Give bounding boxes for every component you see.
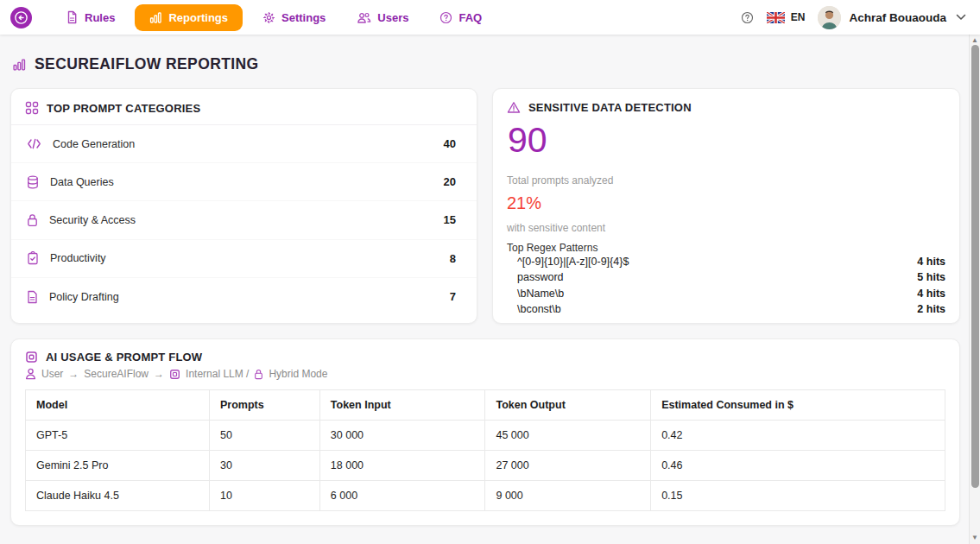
language-label: EN [791,11,806,23]
cell-token-input: 18 000 [319,451,485,481]
cell-model: Claude Haiku 4.5 [26,481,210,511]
category-value: 15 [444,213,456,226]
cell-estimated-cost: 0.46 [651,451,945,481]
regex-pattern: \bName\b [517,288,564,301]
total-prompts-value: 90 [508,123,945,158]
code-icon [27,138,41,149]
table-row: GPT-5 50 30 000 45 000 0.42 [26,421,945,451]
ai-usage-card: AI USAGE & PROMPT FLOW User → SecureAIFl… [10,338,960,526]
cell-token-output: 9 000 [485,481,651,511]
bar-chart-icon [149,11,162,24]
cell-model: GPT-5 [26,421,210,451]
sensitive-data-detection-card: SENSITIVE DATA DETECTION 90 Total prompt… [492,88,960,324]
cpu-chip-icon [169,369,180,380]
regex-pattern: \bconst\b [517,303,561,317]
cell-token-output: 27 000 [485,451,651,481]
scrollbar-down-arrow-icon[interactable]: ▼ [970,534,980,542]
regex-hits: 5 hits [917,271,945,285]
chevron-down-icon [956,14,966,21]
cell-prompts: 10 [210,481,320,511]
cell-prompts: 30 [210,451,320,481]
flow-llm-label: Internal LLM / [186,368,249,380]
user-name: Achraf Bouaouda [849,11,946,24]
lock-icon [27,213,38,227]
top-cards-row: TOP PROMPT CATEGORIES Code Generation 40… [10,88,960,324]
category-row: Policy Drafting 7 [11,278,477,316]
nav-label: Rules [85,11,115,24]
cell-token-input: 6 000 [319,481,485,511]
scrollbar-up-arrow-icon[interactable]: ▲ [970,36,980,45]
category-value: 7 [450,290,456,303]
column-header-model: Model [26,390,210,421]
top-prompt-categories-card: TOP PROMPT CATEGORIES Code Generation 40… [10,88,477,324]
flow-gateway-label: SecureAIFlow [84,368,149,380]
regex-hits: 4 hits [917,288,945,301]
regex-pattern: ^[0-9]{10}|[A-z][0-9]{4}$ [517,256,629,269]
card-title: TOP PROMPT CATEGORIES [47,102,200,115]
category-label: Code Generation [53,138,135,150]
scrollbar-thumb[interactable] [971,45,979,488]
main-nav: Rules Reportings Settings Users FAQ [54,4,493,31]
table-row: Gemini 2.5 Pro 30 18 000 27 000 0.46 [26,451,945,481]
uk-flag-icon [767,12,785,23]
question-circle-icon [439,11,452,24]
nav-item-users[interactable]: Users [345,6,420,29]
document-icon [66,10,79,24]
category-label: Data Queries [50,176,114,188]
flow-arrow: → [68,368,79,380]
user-menu[interactable]: Achraf Bouaouda [818,6,966,29]
cell-prompts: 50 [210,421,320,451]
clipboard-icon [27,251,39,265]
warning-triangle-icon [507,101,521,114]
category-row: Code Generation 40 [11,125,477,163]
prompt-flow-subtitle: User → SecureAIFlow → Internal LLM / Hyb… [25,368,945,380]
column-header-prompts: Prompts [210,390,320,421]
main-content: SECUREAIFLOW REPORTING TOP PROMPT CATEGO… [0,35,980,526]
arrow-left-circle-icon [14,10,28,25]
model-usage-table: Model Prompts Token Input Token Output E… [25,389,945,511]
users-icon [357,11,371,24]
nav-item-rules[interactable]: Rules [54,5,126,29]
regex-hits: 2 hits [917,303,945,317]
nav-item-settings[interactable]: Settings [251,6,337,29]
regex-pattern-row: \bconst\b 2 hits [507,302,945,319]
category-value: 8 [450,252,456,265]
total-prompts-label: Total prompts analyzed [507,174,945,187]
card-header: AI USAGE & PROMPT FLOW [25,351,945,364]
page-title: SECUREAIFLOW REPORTING [12,55,960,73]
column-header-estimated-cost: Estimated Consumed in $ [651,390,945,421]
regex-pattern-row: ^[0-9]{10}|[A-z][0-9]{4}$ 4 hits [507,254,945,270]
app-logo[interactable] [10,7,32,28]
card-title: SENSITIVE DATA DETECTION [528,101,692,114]
database-icon [27,175,39,189]
category-label: Productivity [50,252,106,264]
category-value: 20 [444,175,456,188]
person-icon [25,368,36,380]
bar-chart-icon [12,58,27,72]
regex-pattern: password [517,271,564,285]
nav-item-reportings[interactable]: Reportings [135,4,243,31]
column-header-token-output: Token Output [485,390,651,421]
cell-token-input: 30 000 [319,421,485,451]
category-label: Policy Drafting [49,291,119,303]
category-label: Security & Access [49,214,136,226]
column-header-token-input: Token Input [319,390,485,421]
table-header-row: Model Prompts Token Input Token Output E… [26,390,945,421]
nav-label: Settings [281,11,326,24]
language-selector[interactable]: EN [767,11,806,23]
avatar [818,6,841,29]
help-icon[interactable] [741,11,754,24]
gear-icon [262,11,275,24]
vertical-scrollbar[interactable]: ▲ ▼ [969,35,980,544]
flow-arrow: → [154,368,164,380]
category-row: Data Queries 20 [11,163,477,201]
nav-item-faq[interactable]: FAQ [428,6,493,29]
table-row: Claude Haiku 4.5 10 6 000 9 000 0.15 [26,481,945,511]
flow-user-label: User [41,368,63,380]
card-header: TOP PROMPT CATEGORIES [11,89,477,125]
card-title: AI USAGE & PROMPT FLOW [46,351,202,364]
category-row: Productivity 8 [11,240,477,278]
topbar: Rules Reportings Settings Users FAQ [0,0,980,35]
regex-pattern-row: password 5 hits [507,270,945,287]
cell-estimated-cost: 0.15 [651,481,945,511]
